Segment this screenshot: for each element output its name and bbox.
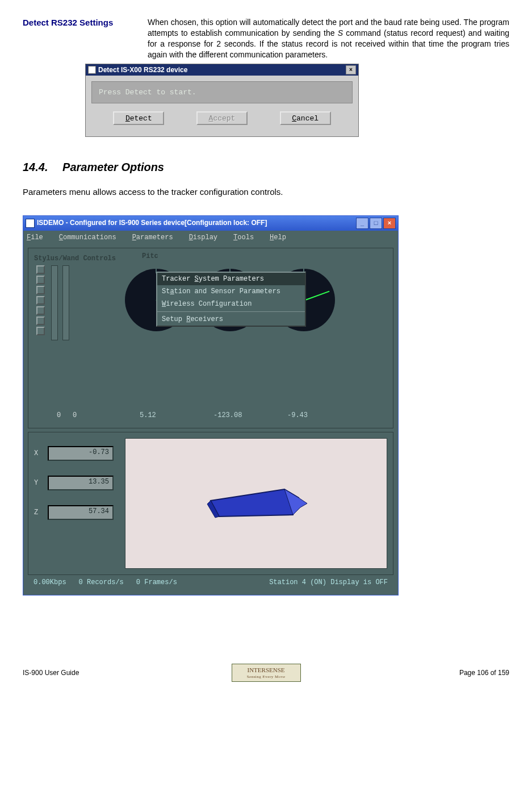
menu-item-wireless-configuration[interactable]: Wireless Configuration (157, 298, 305, 310)
y-value: 13.35 (48, 476, 114, 490)
minimize-icon[interactable]: _ (356, 218, 368, 229)
wand-button-indicators (36, 265, 45, 335)
indicator-box (36, 296, 45, 305)
z-value: 57.34 (48, 505, 114, 520)
stylus-bar (51, 265, 58, 340)
menu-item-tracker-system-parameters[interactable]: Tracker System Parameters (157, 273, 305, 285)
menubar[interactable]: File Communications Parameters Display T… (23, 231, 398, 244)
intro-s: S (338, 28, 343, 38)
dial-value-2: -123.08 (213, 411, 287, 420)
dial-value-1: 5.12 (140, 411, 213, 420)
indicator-box (36, 286, 45, 294)
menu-file[interactable]: File (27, 233, 43, 242)
bar-value-a: 0 (57, 411, 73, 420)
y-row: Y 13.35 (34, 476, 119, 490)
app-title-text: ISDEMO - Configured for IS-900 Series de… (37, 218, 267, 227)
isdemo-window: ISDEMO - Configured for IS-900 Series de… (23, 215, 399, 596)
position-panel: X -0.73 Y 13.35 Z 57.34 (28, 432, 393, 575)
menu-item-setup-receivers[interactable]: Setup Receivers (157, 311, 305, 326)
isdemo-titlebar[interactable]: ISDEMO - Configured for IS-900 Series de… (23, 216, 398, 231)
y-label: Y (34, 478, 42, 488)
status-frames: 0 Frames/s (136, 578, 177, 587)
accept-button: Accept (196, 111, 248, 125)
menu-display[interactable]: Display (189, 233, 217, 242)
indicator-box (36, 316, 45, 325)
x-value: -0.73 (48, 446, 114, 461)
tracker-model-icon (194, 472, 319, 535)
stylus-bars (51, 265, 69, 340)
intro-text: When chosen, this option will automatica… (148, 17, 509, 60)
page-footer: IS-900 User Guide INTERSENSE Sensing Eve… (23, 664, 509, 682)
heading-title: Parameter Options (62, 161, 164, 173)
stylus-wand-label: Stylus/Wand Controls (34, 254, 387, 263)
status-bar: 0.00Kbps 0 Records/s 0 Frames/s Station … (28, 575, 393, 593)
section-heading: 14.4. Parameter Options (23, 160, 509, 175)
app-icon (26, 219, 35, 228)
detect-dialog-title: Detect IS-X00 RS232 device (98, 65, 187, 74)
z-row: Z 57.34 (34, 505, 119, 520)
status-station: Station 4 (ON) Display is OFF (269, 578, 388, 587)
x-row: X -0.73 (34, 446, 119, 461)
detect-dialog-message: Press Detect to start. (91, 81, 353, 104)
detect-dialog-titlebar[interactable]: Detect IS-X00 RS232 device × (86, 64, 358, 76)
svg-marker-0 (211, 489, 299, 517)
app-icon (88, 66, 96, 74)
footer-left: IS-900 User Guide (23, 668, 232, 677)
indicator-box (36, 265, 45, 274)
maximize-icon[interactable]: □ (370, 218, 382, 229)
status-records: 0 Records/s (79, 578, 124, 587)
section-label: Detect RS232 Settings (23, 17, 136, 60)
model-3d-view[interactable] (125, 438, 387, 569)
indicator-box (36, 327, 45, 335)
status-kbps: 0.00Kbps (33, 578, 66, 587)
stylus-bar (62, 265, 69, 340)
menu-item-station-and-sensor-parameters[interactable]: Station and Sensor Parameters (157, 285, 305, 298)
logo-main: INTERSENSE (247, 666, 286, 674)
detect-dialog: Detect IS-X00 RS232 device × Press Detec… (85, 64, 359, 138)
bar-value-b: 0 (73, 411, 89, 420)
x-label: X (34, 449, 42, 458)
logo-sub: Sensing Every Move (247, 674, 286, 680)
z-label: Z (34, 508, 42, 517)
intersense-logo: INTERSENSE Sensing Every Move (232, 664, 301, 682)
indicator-box (36, 306, 45, 315)
dial-value-3: -9.43 (287, 411, 361, 420)
footer-right: Page 106 of 159 (301, 668, 510, 677)
heading-num: 14.4. (23, 161, 48, 173)
detect-button[interactable]: Detect (113, 111, 164, 125)
indicator-box (36, 276, 45, 284)
menu-parameters[interactable]: Parameters (132, 233, 173, 242)
cancel-button[interactable]: Cancel (280, 111, 331, 125)
menu-communications[interactable]: Communications (59, 233, 116, 242)
menu-help[interactable]: Help (270, 233, 286, 242)
pitch-label: Pitc (142, 252, 158, 261)
menu-tools[interactable]: Tools (233, 233, 254, 242)
section-paragraph: Parameters menu allows access to the tra… (23, 186, 509, 198)
readout-row: 0 0 5.12 -123.08 -9.43 (57, 411, 387, 420)
parameters-dropdown[interactable]: Tracker System Parameters Station and Se… (156, 272, 306, 327)
close-icon[interactable]: × (346, 65, 356, 74)
close-icon[interactable]: × (383, 218, 396, 229)
